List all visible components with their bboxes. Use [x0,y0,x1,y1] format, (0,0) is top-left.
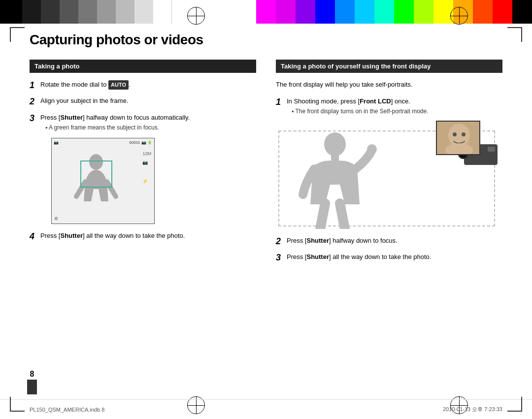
corner-mark-bottom-right [507,397,522,412]
footer-timestamp: 2010-01-13 오후 7:23:33 [443,406,502,413]
swatch-mid2 [97,0,116,24]
left-column: Taking a photo 1 Rotate the mode dial to… [30,60,256,269]
right-step-number-2: 2 [276,236,287,247]
swatch-dark2 [41,0,60,24]
right-step-number-1: 1 [276,97,287,108]
left-step-1: 1 Rotate the mode dial to AUTO. [30,80,256,91]
svg-point-8 [367,144,377,154]
camera-bottom-icon: ⚙ [54,216,58,221]
camera-screen: 📷 00001 📷 🔋 12M 📷 ⚡ [51,138,155,224]
swatch-magenta [256,0,276,24]
reg-mark-top-right [450,7,468,25]
left-step-2: 2 Align your subject in the frame. [30,96,256,107]
corner-mark-top-left [10,27,25,42]
corner-mark-bottom-left [10,397,25,412]
camera-screen-illustration: 📷 00001 📷 🔋 12M 📷 ⚡ [40,138,256,224]
camera-viewfinder [488,147,495,152]
left-step-3: 3 Press [Shutter] halfway down to focus … [30,113,256,132]
step-number-2: 2 [30,96,40,107]
corner-mark-top-right [507,27,522,42]
swatch-dark1 [22,0,41,24]
step-2-text: Align your subject in the frame. [40,96,128,106]
step-3-subbullet: A green frame means the subject in focus… [40,124,190,132]
right-step-2: 2 Press [Shutter] halfway down to focus. [276,236,502,247]
swatch-cyan-green [374,0,394,24]
right-step-1: 1 In Shooting mode, press [Front LCD] on… [276,97,502,116]
swatch-black2 [512,0,532,24]
cam-icon-camera: 📷 [54,140,59,145]
right-intro: The front display will help you take sel… [276,80,502,90]
selfie-person-svg [286,130,394,229]
swatch-cyan-blue [355,0,374,24]
swatch-mid1 [78,0,97,24]
step-number-3: 3 [30,113,40,124]
self-portrait-illustration [276,121,502,229]
right-step-number-3: 3 [276,252,287,263]
swatch-blue [315,0,335,24]
swatch-purple [296,0,315,24]
swatch-white [153,0,172,24]
lcd-face-svg [437,122,480,155]
columns-layout: Taking a photo 1 Rotate the mode dial to… [30,60,502,269]
svg-point-3 [453,132,457,136]
main-content: Capturing photos or videos Taking a phot… [30,32,502,394]
grayscale-swatches [0,0,172,24]
svg-rect-7 [331,154,339,161]
svg-point-4 [462,132,466,136]
swatch-dark3 [60,0,78,24]
step-3-text: Press [Shutter] halfway down to focus au… [40,113,190,132]
swatch-light1 [116,0,134,24]
swatch-yellow-green [414,0,433,24]
footer: PL150_QSM_AMERICA.indb 8 2010-01-13 오후 7… [0,399,532,419]
swatch-red [493,0,512,24]
step-number-4: 4 [30,231,40,242]
swatch-red-orange [473,0,493,24]
right-section-header: Taking a photo of yourself using the fro… [276,60,502,73]
step-number-1: 1 [30,80,40,91]
left-section-header: Taking a photo [30,60,256,73]
step-4-text: Press [Shutter] all the way down to take… [40,231,185,241]
swatch-violet [276,0,296,24]
left-step-4: 4 Press [Shutter] all the way down to ta… [30,231,256,242]
auto-badge: AUTO [108,80,129,90]
step-1-text: Rotate the mode dial to AUTO. [40,80,131,90]
right-column: Taking a photo of yourself using the fro… [276,60,502,269]
cam-top-right-info: 00001 📷 🔋 [129,140,152,145]
camera-top-info: 📷 00001 📷 🔋 [52,138,154,146]
page-number-area: 8 [27,370,37,394]
page-number: 8 [30,370,34,379]
focus-frame [80,161,112,188]
page-bar [27,380,37,394]
right-step-3-text: Press [Shutter] all the way down to take… [287,252,431,262]
color-swatches-right [256,0,532,24]
front-lcd-screen [436,121,480,155]
swatch-green [394,0,414,24]
swatch-black [0,0,22,24]
cam-megapixel: 12M [142,149,151,158]
right-step-3: 3 Press [Shutter] all the way down to ta… [276,252,502,263]
cam-flash: ⚡ [142,177,151,186]
camera-right-icons: 12M 📷 ⚡ [142,149,151,186]
swatch-light-blue [335,0,355,24]
right-step-1-text: In Shooting mode, press [Front LCD] once… [287,97,429,116]
svg-point-6 [324,132,346,156]
reg-mark-top-left [187,7,205,25]
right-step-2-text: Press [Shutter] halfway down to focus. [287,236,398,246]
footer-filename: PL150_QSM_AMERICA.indb 8 [30,407,104,413]
cam-quality: 📷 [142,158,151,167]
right-step-1-subbullet: The front display turns on in the Self-p… [287,107,429,116]
swatch-light2 [134,0,153,24]
page-title: Capturing photos or videos [30,32,502,48]
